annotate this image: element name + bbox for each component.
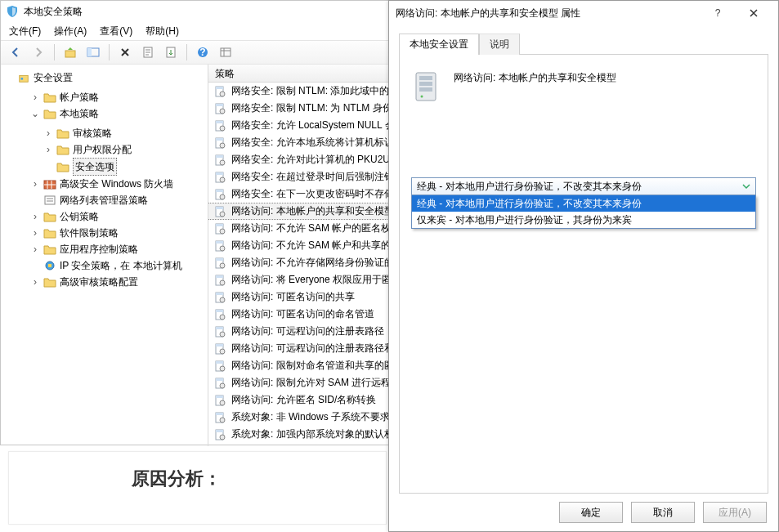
policy-label: 网络访问: 限制对命名管道和共享的匿: [231, 359, 394, 373]
mmc-title-text: 本地安全策略: [24, 1, 83, 22]
policy-icon: [213, 205, 226, 218]
policy-icon: [213, 274, 226, 287]
policy-label: 网络访问: 本地帐户的共享和安全模型: [231, 204, 394, 218]
svg-rect-9: [21, 78, 24, 80]
expand-icon[interactable]: ›: [30, 274, 40, 290]
collapse-icon[interactable]: ⌄: [30, 105, 40, 122]
policy-icon: [213, 308, 226, 321]
expand-icon[interactable]: ›: [30, 208, 40, 225]
policy-label: 网络安全: 在下一次更改密码时不存储: [231, 187, 394, 201]
tree-root-node[interactable]: 安全设置 ›帐户策略 ⌄本地策略 ›审核策略 ›用户权限分配 安全选项 ›高级安…: [17, 69, 204, 290]
folder-icon: [56, 144, 69, 155]
tab-explain[interactable]: 说明: [479, 34, 520, 55]
article-heading: 原因分析：: [132, 467, 386, 491]
tree-node-account-policies[interactable]: ›帐户策略: [30, 89, 204, 105]
delete-button[interactable]: [115, 42, 135, 62]
policy-icon: [213, 428, 226, 441]
tree-node-public-key[interactable]: ›公钥策略: [30, 208, 204, 225]
menu-action[interactable]: 操作(A): [54, 25, 87, 38]
properties-button[interactable]: [138, 42, 158, 62]
shield-icon: [6, 5, 19, 18]
menu-help[interactable]: 帮助(H): [146, 25, 179, 38]
tab-local-security-setting[interactable]: 本地安全设置: [399, 34, 479, 55]
dialog-title-text: 网络访问: 本地帐户的共享和安全模型 属性: [396, 7, 700, 20]
svg-rect-36: [216, 207, 223, 209]
tree-node-security-options[interactable]: 安全选项: [43, 158, 204, 176]
expand-icon[interactable]: ›: [30, 241, 40, 257]
svg-point-43: [220, 246, 225, 251]
svg-point-55: [220, 315, 225, 320]
svg-text:?: ?: [199, 47, 205, 58]
tree-node-advaudit[interactable]: ›高级审核策略配置: [30, 274, 204, 290]
folder-icon: [43, 227, 56, 239]
folder-icon: [56, 127, 69, 139]
up-button[interactable]: [60, 42, 80, 62]
scope-tree[interactable]: 安全设置 ›帐户策略 ⌄本地策略 ›审核策略 ›用户权限分配 安全选项 ›高级安…: [1, 65, 208, 446]
dialog-titlebar[interactable]: 网络访问: 本地帐户的共享和安全模型 属性 ?: [389, 1, 778, 25]
nav-forward-button[interactable]: [29, 42, 48, 62]
folder-icon: [43, 92, 56, 103]
svg-point-73: [220, 418, 225, 422]
tree-node-audit-policy[interactable]: ›审核策略: [43, 125, 204, 141]
show-hide-tree-button[interactable]: [83, 42, 103, 62]
ipsec-icon: [43, 260, 56, 271]
policy-icon: [213, 411, 226, 424]
svg-point-28: [220, 160, 225, 165]
svg-rect-79: [419, 82, 432, 86]
combobox-option[interactable]: 经典 - 对本地用户进行身份验证，不改变其本来身份: [412, 195, 755, 212]
menu-file[interactable]: 文件(F): [9, 25, 41, 38]
tree-node-srp[interactable]: ›软件限制策略: [30, 225, 204, 241]
tree-root-label: 安全设置: [34, 69, 73, 86]
svg-point-16: [220, 92, 225, 96]
tree-node-wfas[interactable]: ›高级安全 Windows 防火墙: [30, 176, 204, 192]
view-mode-button[interactable]: [216, 42, 235, 62]
cancel-button[interactable]: 取消: [631, 502, 695, 523]
help-button[interactable]: ?: [700, 2, 736, 25]
apply-button[interactable]: 应用(A): [703, 502, 767, 523]
tree-node-appctrl[interactable]: ›应用程序控制策略: [30, 241, 204, 257]
folder-icon: [43, 211, 56, 222]
svg-rect-78: [419, 76, 432, 80]
svg-rect-39: [216, 224, 223, 226]
svg-rect-42: [216, 241, 223, 244]
help-button[interactable]: ?: [193, 42, 213, 62]
policy-label: 网络安全: 允许 LocalSystem NULL 会: [231, 118, 395, 132]
expand-icon[interactable]: ›: [30, 89, 40, 105]
policy-label: 网络访问: 限制允许对 SAM 进行远程: [231, 376, 391, 390]
chevron-down-icon: [741, 181, 752, 192]
properties-dialog: 网络访问: 本地帐户的共享和安全模型 属性 ? 本地安全设置 说明 网络访问: …: [388, 0, 779, 532]
policy-label: 网络访问: 不允许 SAM 帐户和共享的: [231, 239, 391, 253]
toolbar-separator: [109, 44, 110, 60]
policy-icon: [213, 102, 226, 115]
nav-back-button[interactable]: [6, 42, 25, 62]
policy-icon: [213, 239, 226, 253]
export-button[interactable]: [161, 42, 181, 62]
sharing-model-combobox[interactable]: 经典 - 对本地用户进行身份验证，不改变其本来身份: [411, 177, 756, 195]
toolbar-separator: [54, 44, 55, 60]
svg-point-58: [220, 332, 225, 337]
svg-rect-33: [216, 190, 223, 192]
expand-icon[interactable]: ›: [30, 225, 40, 241]
svg-rect-0: [65, 51, 75, 57]
close-button[interactable]: [736, 2, 772, 25]
expand-icon[interactable]: ›: [43, 125, 53, 141]
tree-node-local-policies[interactable]: ⌄本地策略 ›审核策略 ›用户权限分配 安全选项: [30, 105, 204, 176]
combobox-option[interactable]: 仅来宾 - 对本地用户进行身份验证，其身份为来宾: [412, 212, 755, 228]
svg-rect-21: [216, 121, 223, 123]
tree-node-user-rights[interactable]: ›用户权限分配: [43, 141, 204, 158]
expand-icon[interactable]: ›: [30, 176, 40, 192]
ok-button[interactable]: 确定: [559, 502, 623, 523]
svg-rect-24: [216, 138, 223, 141]
combobox-dropdown[interactable]: 经典 - 对本地用户进行身份验证，不改变其本来身份仅来宾 - 对本地用户进行身份…: [411, 195, 756, 229]
policy-label: 网络访问: 可匿名访问的共享: [231, 290, 355, 304]
tree-node-ipsec[interactable]: IP 安全策略，在 本地计算机: [30, 257, 204, 274]
svg-point-25: [220, 143, 225, 148]
tree-node-network-list[interactable]: 网络列表管理器策略: [30, 192, 204, 208]
svg-point-46: [220, 263, 225, 268]
svg-rect-54: [216, 310, 223, 312]
menu-view[interactable]: 查看(V): [100, 25, 132, 38]
svg-point-67: [220, 383, 225, 388]
policy-label: 网络访问: 不允许 SAM 帐户的匿名枚: [231, 221, 391, 235]
firewall-icon: [43, 178, 56, 190]
expand-icon[interactable]: ›: [43, 141, 53, 158]
